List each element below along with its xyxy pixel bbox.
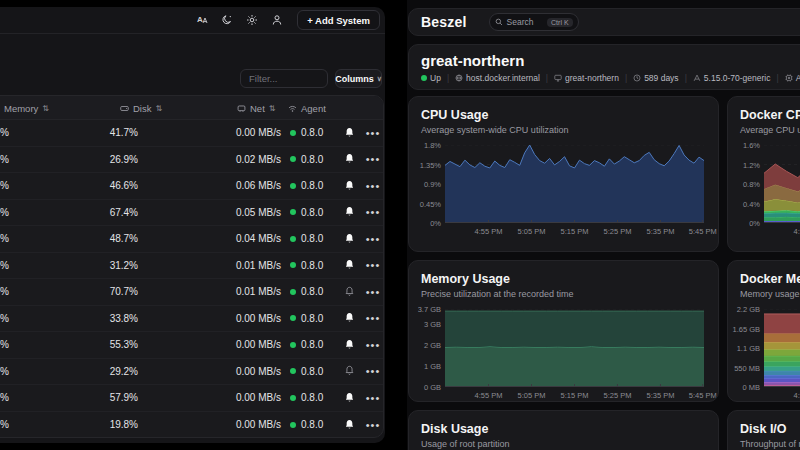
status-up-dot bbox=[421, 75, 427, 81]
row-menu-button[interactable]: ••• bbox=[365, 259, 381, 271]
net-value: 0.00 MB/s bbox=[219, 419, 281, 430]
table-row[interactable]: 18.5% 31.2% 0.01 MB/s 0.8.0 ••• bbox=[0, 253, 383, 280]
alerts-bell-button[interactable] bbox=[342, 365, 356, 377]
language-icon[interactable]: A bbox=[195, 14, 208, 27]
theme-toggle-icon[interactable] bbox=[220, 14, 233, 27]
screen: A + Add System Columns ∨ Memory ⇅ bbox=[0, 0, 800, 450]
table-row[interactable]: 32.8% 55.3% 0.00 MB/s 0.8.0 ••• bbox=[0, 332, 383, 359]
row-menu-button[interactable]: ••• bbox=[365, 180, 381, 192]
header-agent[interactable]: Agent bbox=[288, 96, 326, 120]
system-host: host.docker.internal bbox=[455, 73, 540, 83]
table-row[interactable]: 38.0% 57.9% 0.00 MB/s 0.8.0 ••• bbox=[0, 385, 383, 412]
alerts-bell-button[interactable] bbox=[342, 233, 356, 245]
x-tick-label: 5:45 PM bbox=[689, 227, 717, 236]
docker-memory-chart[interactable]: 2.2 GB1.65 GB1.1 GB550 MB0 MB 4:55 PM5:0… bbox=[740, 309, 800, 402]
chart-title: Docker CPU Usage bbox=[740, 108, 800, 122]
x-tick-label: 5:25 PM bbox=[604, 391, 632, 400]
alerts-bell-button[interactable] bbox=[342, 127, 356, 139]
y-axis-labels: 1.8%1.35%0.9%0.45%0% bbox=[421, 145, 445, 238]
agent-version: 0.8.0 bbox=[290, 313, 331, 324]
y-tick-label: 1.1 GB bbox=[737, 344, 760, 353]
header-memory[interactable]: Memory ⇅ bbox=[4, 96, 49, 120]
chart-title: Docker Memory Usage bbox=[740, 272, 800, 286]
settings-gear-icon[interactable] bbox=[245, 14, 258, 27]
table-row[interactable]: 21.0% 46.6% 0.06 MB/s 0.8.0 ••• bbox=[0, 173, 383, 200]
y-tick-label: 1.35% bbox=[420, 160, 441, 169]
agent-status-dot bbox=[290, 342, 296, 348]
header-disk[interactable]: Disk ⇅ bbox=[120, 96, 162, 120]
table-row[interactable]: 27.1% 48.7% 0.04 MB/s 0.8.0 ••• bbox=[0, 226, 383, 253]
agent-status-dot bbox=[290, 262, 296, 268]
y-tick-label: 0.9% bbox=[424, 180, 441, 189]
y-tick-label: 0.4% bbox=[743, 199, 760, 208]
alerts-bell-button[interactable] bbox=[342, 312, 356, 324]
net-value: 0.00 MB/s bbox=[219, 392, 281, 403]
disk-value: 46.6% bbox=[104, 180, 138, 191]
header-net[interactable]: Net ⇅ bbox=[237, 96, 276, 120]
row-menu-button[interactable]: ••• bbox=[365, 339, 381, 351]
x-tick-label: 5:05 PM bbox=[518, 391, 546, 400]
systems-window: A + Add System Columns ∨ Memory ⇅ bbox=[0, 7, 385, 443]
y-tick-label: 550 MB bbox=[734, 363, 760, 372]
agent-version: 0.8.0 bbox=[290, 366, 331, 377]
disk-value: 70.7% bbox=[104, 286, 138, 297]
filter-input[interactable] bbox=[240, 69, 328, 88]
alerts-bell-button[interactable] bbox=[342, 392, 356, 404]
network-icon bbox=[237, 104, 246, 113]
net-value: 0.00 MB/s bbox=[219, 366, 281, 377]
alerts-bell-button[interactable] bbox=[342, 153, 356, 165]
row-menu-button[interactable]: ••• bbox=[365, 392, 381, 404]
agent-version: 0.8.0 bbox=[290, 339, 331, 350]
table-row[interactable]: 41.0% 33.8% 0.00 MB/s 0.8.0 ••• bbox=[0, 306, 383, 333]
table-row[interactable]: 30.2% 19.8% 0.00 MB/s 0.8.0 ••• bbox=[0, 412, 383, 439]
docker-memory-card: Docker Memory Usage Memory usage of dock… bbox=[727, 260, 800, 402]
table-row[interactable]: 39.8% 41.7% 0.00 MB/s 0.8.0 ••• bbox=[0, 120, 383, 147]
row-menu-button[interactable]: ••• bbox=[365, 419, 381, 431]
system-kernel: 5.15.0-70-generic bbox=[693, 73, 771, 83]
row-menu-button[interactable]: ••• bbox=[365, 127, 381, 139]
agent-status-dot bbox=[290, 156, 296, 162]
search-button[interactable]: Search Ctrl K bbox=[489, 13, 579, 31]
disk-value: 67.4% bbox=[104, 207, 138, 218]
row-menu-button[interactable]: ••• bbox=[365, 233, 381, 245]
memory-value: 31.7% bbox=[0, 366, 9, 377]
table-row[interactable]: 23.4% 67.4% 0.05 MB/s 0.8.0 ••• bbox=[0, 200, 383, 227]
agent-version: 0.8.0 bbox=[290, 154, 331, 165]
y-tick-label: 1 GB bbox=[424, 361, 441, 370]
y-tick-label: 0.45% bbox=[420, 199, 441, 208]
agent-version: 0.8.0 bbox=[290, 207, 331, 218]
alerts-bell-button[interactable] bbox=[342, 419, 356, 431]
y-tick-label: 0% bbox=[749, 219, 760, 228]
beszel-logo[interactable]: Beszel bbox=[421, 14, 467, 30]
x-axis-labels: 4:55 PM5:05 PM5:15 PM5:25 PM5:35 PM5:45 … bbox=[445, 226, 704, 238]
row-menu-button[interactable]: ••• bbox=[365, 153, 381, 165]
alerts-bell-button[interactable] bbox=[342, 206, 356, 218]
agent-version: 0.8.0 bbox=[290, 286, 331, 297]
add-system-button[interactable]: + Add System bbox=[297, 10, 380, 30]
table-row[interactable]: 21.5% 70.7% 0.01 MB/s 0.8.0 ••• bbox=[0, 279, 383, 306]
row-menu-button[interactable]: ••• bbox=[365, 365, 381, 377]
row-menu-button[interactable]: ••• bbox=[365, 312, 381, 324]
alerts-bell-button[interactable] bbox=[342, 286, 356, 298]
x-axis-labels: 4:55 PM5:05 PM5:15 PM5:25 PM5:35 PM5:45 … bbox=[445, 390, 704, 402]
chart-subtitle: Usage of root partition bbox=[421, 439, 706, 449]
disk-value: 29.2% bbox=[104, 366, 138, 377]
memory-value: 39.8% bbox=[0, 127, 9, 138]
docker-cpu-chart[interactable]: 1.6%1.2%0.8%0.4%0% 4:55 PM5:05 PM5:15 PM… bbox=[740, 145, 800, 238]
agent-status-dot bbox=[290, 289, 296, 295]
columns-dropdown-button[interactable]: Columns ∨ bbox=[335, 69, 382, 88]
alerts-bell-button[interactable] bbox=[342, 259, 356, 271]
chart-title: Disk Usage bbox=[421, 422, 706, 436]
table-row[interactable]: 22.8% 26.9% 0.02 MB/s 0.8.0 ••• bbox=[0, 147, 383, 174]
memory-usage-chart[interactable]: 3.7 GB3 GB2 GB1 GB0 GB 4:55 PM5:05 PM5:1… bbox=[421, 309, 706, 402]
chart-subtitle: Average system-wide CPU utilization bbox=[421, 125, 706, 135]
row-menu-button[interactable]: ••• bbox=[365, 206, 381, 218]
row-menu-button[interactable]: ••• bbox=[365, 286, 381, 298]
table-row[interactable]: 31.7% 29.2% 0.00 MB/s 0.8.0 ••• bbox=[0, 359, 383, 386]
alerts-bell-button[interactable] bbox=[342, 339, 356, 351]
alerts-bell-button[interactable] bbox=[342, 180, 356, 192]
user-icon[interactable] bbox=[270, 14, 283, 27]
sort-icon: ⇅ bbox=[269, 104, 276, 113]
chart-title: Memory Usage bbox=[421, 272, 706, 286]
cpu-usage-chart[interactable]: 1.8%1.35%0.9%0.45%0% 4:55 PM5:05 PM5:15 … bbox=[421, 145, 706, 238]
